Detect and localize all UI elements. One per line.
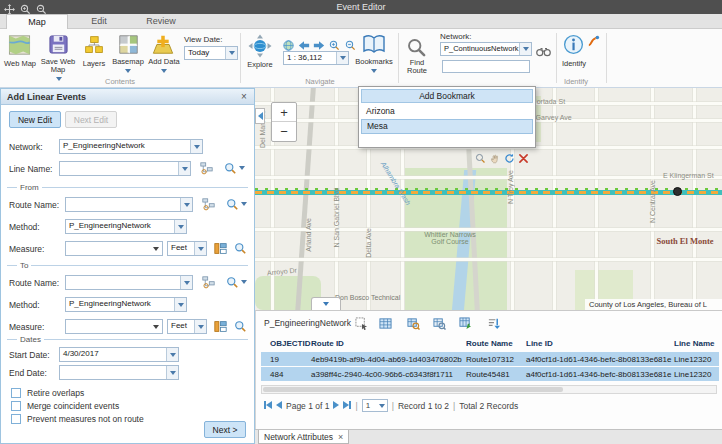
save-web-map-button[interactable]: Save Web Map (40, 58, 76, 74)
map-zoom-in-button[interactable]: + (272, 103, 296, 122)
find-route-input[interactable] (442, 60, 530, 73)
from-select-route-on-map-icon[interactable] (201, 197, 215, 211)
view-date-caret-icon[interactable] (225, 47, 237, 59)
tab-review[interactable]: Review (130, 14, 192, 29)
first-page-button[interactable] (264, 401, 272, 411)
from-measure-zoom-icon[interactable] (233, 241, 247, 255)
from-measure-caret-icon[interactable] (153, 247, 159, 251)
page-number-select[interactable]: 1 (362, 399, 388, 412)
save-web-map-icon[interactable] (48, 34, 69, 59)
map-zoom-out-button[interactable]: − (272, 122, 296, 141)
to-route-name-caret-icon[interactable] (180, 276, 192, 289)
network-caret-icon[interactable] (190, 140, 202, 153)
column-header[interactable]: OBJECTID (261, 339, 311, 348)
collapse-table-button[interactable] (311, 297, 341, 310)
table-row[interactable]: 19 4eb9419b-af9b-4d04-ab69-1d403476802b … (261, 352, 719, 366)
select-line-on-map-icon[interactable] (199, 161, 213, 175)
line-name-caret-icon[interactable] (178, 162, 190, 175)
next-edit-button[interactable]: Next Edit (65, 111, 117, 128)
explore-icon[interactable] (248, 34, 272, 62)
add-data-button[interactable]: Add Data (146, 58, 182, 66)
table-row[interactable]: 484 a398ff4c-2940-4c00-96b6-c6343f8f1711… (261, 367, 719, 381)
last-page-button[interactable] (343, 401, 351, 411)
sort-records-icon[interactable] (486, 316, 500, 330)
column-header[interactable]: Route ID (311, 339, 466, 348)
panel-close-icon[interactable]: × (238, 89, 250, 105)
find-route-network-caret-icon[interactable] (519, 43, 531, 55)
collapse-panel-button[interactable] (255, 108, 265, 124)
add-data-icon[interactable] (152, 34, 174, 59)
zoom-to-selection-icon[interactable] (406, 316, 420, 330)
from-route-name-caret-icon[interactable] (180, 198, 192, 211)
table-horizontal-scrollbar[interactable] (261, 385, 717, 394)
update-bookmark-icon[interactable] (504, 153, 515, 168)
find-route-button[interactable]: FindRoute (402, 59, 432, 75)
to-measure-caret-icon[interactable] (153, 325, 159, 329)
network-select[interactable]: P_EngineeringNetwork (59, 139, 203, 154)
to-route-zoom-icon[interactable] (225, 275, 239, 289)
to-measure-on-map-icon[interactable] (213, 319, 227, 333)
tab-close-icon[interactable]: × (338, 432, 343, 442)
line-zoom-icon[interactable] (223, 161, 237, 175)
scale-select[interactable]: 1 : 36,112 (283, 51, 349, 65)
to-unit-caret-icon[interactable] (194, 320, 206, 333)
from-method-select[interactable]: P_EngineeringNetwork (65, 219, 187, 234)
identify-route-icon[interactable] (588, 33, 600, 51)
delete-bookmark-icon[interactable] (519, 154, 528, 167)
line-name-select[interactable] (59, 161, 191, 176)
column-header[interactable]: Line Name (674, 339, 719, 348)
to-route-zoom-caret-icon[interactable] (241, 280, 247, 284)
identify-button[interactable]: Identify (556, 60, 592, 68)
binoculars-icon[interactable] (536, 43, 551, 61)
add-bookmark-button[interactable]: Add Bookmark (361, 89, 533, 103)
new-edit-button[interactable]: New Edit (9, 111, 61, 128)
bookmark-item-arizona[interactable]: Arizona (361, 105, 533, 118)
pan-to-selection-icon[interactable] (432, 316, 446, 330)
view-date-select[interactable]: Today (184, 46, 238, 60)
retire-overlaps-checkbox[interactable] (11, 388, 21, 398)
next-page-button[interactable] (333, 401, 339, 411)
add-data-caret-icon[interactable] (161, 69, 167, 73)
next-button[interactable]: Next > (204, 421, 246, 438)
previous-page-button[interactable] (276, 401, 282, 411)
line-zoom-caret-icon[interactable] (239, 166, 245, 170)
scale-caret-icon[interactable] (336, 52, 348, 64)
basemap-caret-icon[interactable] (125, 69, 131, 73)
merge-coincident-checkbox[interactable] (11, 401, 21, 411)
end-date-caret-icon[interactable] (166, 366, 178, 379)
column-header[interactable]: Line ID (526, 339, 674, 348)
export-records-icon[interactable] (458, 316, 472, 330)
from-unit-caret-icon[interactable] (194, 242, 206, 255)
from-measure-on-map-icon[interactable] (213, 241, 227, 255)
tab-map[interactable]: Map (6, 14, 68, 29)
from-route-zoom-caret-icon[interactable] (241, 202, 247, 206)
bookmarks-caret-icon[interactable] (371, 69, 377, 73)
tab-network-attributes[interactable]: Network Attributes × (258, 430, 349, 444)
zoom-to-bookmark-icon[interactable] (475, 153, 486, 168)
to-select-route-on-map-icon[interactable] (201, 275, 215, 289)
from-unit-select[interactable]: Feet (167, 241, 207, 256)
column-header[interactable]: Route Name (466, 339, 526, 348)
find-route-network-select[interactable]: P_ContinuousNetwork (440, 42, 532, 56)
bookmark-item-mesa[interactable]: Mesa (361, 119, 533, 134)
from-measure-input[interactable] (65, 241, 163, 256)
bookmarks-icon[interactable] (362, 35, 386, 59)
from-route-name-select[interactable] (65, 197, 193, 212)
to-method-select[interactable]: P_EngineeringNetwork (65, 297, 187, 312)
web-map-icon[interactable] (8, 34, 31, 60)
identify-icon[interactable] (563, 34, 584, 59)
tab-edit[interactable]: Edit (68, 14, 130, 29)
to-measure-input[interactable] (65, 319, 163, 334)
to-measure-zoom-icon[interactable] (233, 319, 247, 333)
pan-to-bookmark-icon[interactable] (490, 153, 500, 168)
start-date-caret-icon[interactable] (166, 348, 178, 361)
from-method-caret-icon[interactable] (174, 220, 186, 233)
end-date-select[interactable] (59, 365, 179, 380)
bookmarks-button[interactable]: Bookmarks (352, 58, 396, 66)
prevent-measures-checkbox[interactable] (11, 414, 21, 424)
from-route-zoom-icon[interactable] (225, 197, 239, 211)
select-records-icon[interactable] (354, 316, 368, 330)
show-table-icon[interactable] (378, 316, 392, 330)
to-route-name-select[interactable] (65, 275, 193, 290)
to-unit-select[interactable]: Feet (167, 319, 207, 334)
